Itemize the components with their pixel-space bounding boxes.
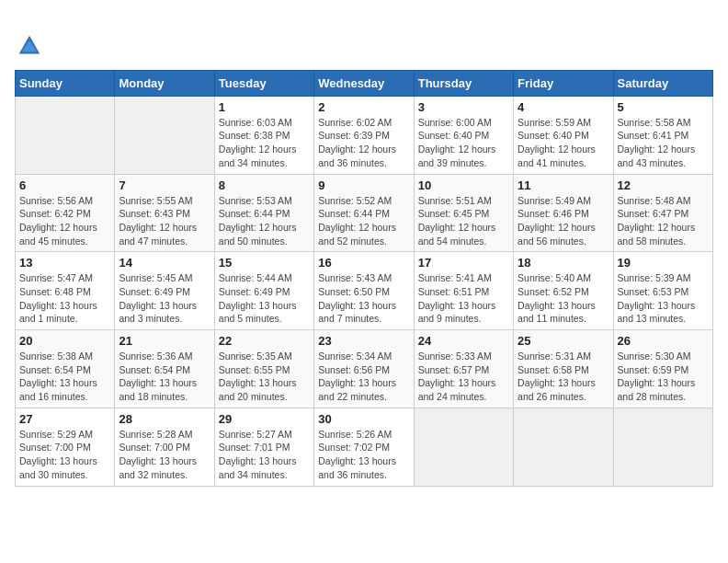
day-number: 6 [19, 178, 110, 192]
calendar-day-cell: 2Sunrise: 6:02 AMSunset: 6:39 PMDaylight… [314, 96, 414, 174]
calendar-day-cell: 21Sunrise: 5:36 AMSunset: 6:54 PMDayligh… [115, 330, 214, 408]
calendar-day-cell: 17Sunrise: 5:41 AMSunset: 6:51 PMDayligh… [414, 252, 513, 330]
calendar-day-cell [16, 96, 115, 174]
day-info: Sunrise: 5:39 AMSunset: 6:53 PMDaylight:… [618, 271, 709, 326]
calendar-day-cell: 26Sunrise: 5:30 AMSunset: 6:59 PMDayligh… [613, 330, 712, 408]
day-number: 12 [618, 178, 709, 192]
calendar-day-cell: 6Sunrise: 5:56 AMSunset: 6:42 PMDaylight… [16, 174, 115, 252]
calendar-week-row: 13Sunrise: 5:47 AMSunset: 6:48 PMDayligh… [16, 252, 713, 330]
day-number: 24 [418, 334, 509, 348]
day-info: Sunrise: 5:43 AMSunset: 6:50 PMDaylight:… [318, 271, 409, 326]
day-info: Sunrise: 5:51 AMSunset: 6:45 PMDaylight:… [418, 194, 509, 248]
calendar-week-row: 20Sunrise: 5:38 AMSunset: 6:54 PMDayligh… [16, 330, 713, 408]
calendar-day-cell: 10Sunrise: 5:51 AMSunset: 6:45 PMDayligh… [414, 174, 513, 252]
day-info: Sunrise: 5:34 AMSunset: 6:56 PMDaylight:… [318, 350, 409, 404]
day-number: 18 [518, 256, 609, 270]
calendar-day-cell: 25Sunrise: 5:31 AMSunset: 6:58 PMDayligh… [514, 330, 613, 408]
calendar-day-cell: 7Sunrise: 5:55 AMSunset: 6:43 PMDaylight… [115, 174, 214, 252]
calendar-header-row: SundayMondayTuesdayWednesdayThursdayFrid… [16, 70, 713, 96]
day-number: 16 [318, 256, 409, 270]
calendar-day-cell [115, 96, 214, 174]
day-info: Sunrise: 5:55 AMSunset: 6:43 PMDaylight:… [119, 194, 210, 248]
day-info: Sunrise: 5:26 AMSunset: 7:02 PMDaylight:… [318, 428, 409, 482]
day-number: 13 [19, 256, 110, 270]
day-info: Sunrise: 6:03 AMSunset: 6:38 PMDaylight:… [219, 116, 310, 170]
day-info: Sunrise: 6:02 AMSunset: 6:39 PMDaylight:… [318, 116, 409, 170]
calendar-day-cell: 4Sunrise: 5:59 AMSunset: 6:40 PMDaylight… [514, 96, 613, 174]
day-number: 8 [219, 178, 310, 192]
calendar-day-cell: 28Sunrise: 5:28 AMSunset: 7:00 PMDayligh… [115, 408, 214, 486]
calendar-day-cell: 8Sunrise: 5:53 AMSunset: 6:44 PMDaylight… [214, 174, 313, 252]
calendar-day-cell: 18Sunrise: 5:40 AMSunset: 6:52 PMDayligh… [514, 252, 613, 330]
weekday-header: Thursday [414, 70, 513, 96]
calendar-day-cell: 14Sunrise: 5:45 AMSunset: 6:49 PMDayligh… [115, 252, 214, 330]
day-number: 5 [618, 100, 709, 114]
day-number: 22 [219, 334, 310, 348]
day-number: 30 [318, 412, 409, 426]
weekday-header: Tuesday [214, 70, 313, 96]
calendar-day-cell: 30Sunrise: 5:26 AMSunset: 7:02 PMDayligh… [314, 408, 414, 486]
weekday-header: Monday [115, 70, 214, 96]
day-info: Sunrise: 5:31 AMSunset: 6:58 PMDaylight:… [518, 350, 609, 404]
logo-icon [17, 33, 42, 59]
day-number: 4 [518, 100, 609, 114]
day-number: 17 [418, 256, 509, 270]
calendar-day-cell: 27Sunrise: 5:29 AMSunset: 7:00 PMDayligh… [16, 408, 115, 486]
day-info: Sunrise: 5:56 AMSunset: 6:42 PMDaylight:… [19, 194, 110, 248]
weekday-header: Wednesday [314, 70, 414, 96]
calendar-day-cell: 3Sunrise: 6:00 AMSunset: 6:40 PMDaylight… [414, 96, 513, 174]
day-info: Sunrise: 5:59 AMSunset: 6:40 PMDaylight:… [518, 116, 609, 170]
day-info: Sunrise: 5:47 AMSunset: 6:48 PMDaylight:… [19, 271, 110, 326]
calendar-day-cell [613, 408, 712, 486]
calendar-week-row: 1Sunrise: 6:03 AMSunset: 6:38 PMDaylight… [16, 96, 713, 174]
day-number: 11 [518, 178, 609, 192]
logo-text [15, 15, 42, 59]
calendar-day-cell: 23Sunrise: 5:34 AMSunset: 6:56 PMDayligh… [314, 330, 414, 408]
logo [15, 15, 42, 59]
day-number: 21 [119, 334, 210, 348]
day-number: 19 [618, 256, 709, 270]
day-number: 15 [219, 256, 310, 270]
calendar-day-cell: 16Sunrise: 5:43 AMSunset: 6:50 PMDayligh… [314, 252, 414, 330]
day-number: 26 [618, 334, 709, 348]
calendar-day-cell: 22Sunrise: 5:35 AMSunset: 6:55 PMDayligh… [214, 330, 313, 408]
calendar-day-cell: 13Sunrise: 5:47 AMSunset: 6:48 PMDayligh… [16, 252, 115, 330]
day-info: Sunrise: 5:30 AMSunset: 6:59 PMDaylight:… [618, 350, 709, 404]
calendar-week-row: 6Sunrise: 5:56 AMSunset: 6:42 PMDaylight… [16, 174, 713, 252]
calendar-day-cell [514, 408, 613, 486]
day-info: Sunrise: 5:38 AMSunset: 6:54 PMDaylight:… [19, 350, 110, 404]
calendar-week-row: 27Sunrise: 5:29 AMSunset: 7:00 PMDayligh… [16, 408, 713, 486]
day-info: Sunrise: 5:52 AMSunset: 6:44 PMDaylight:… [318, 194, 409, 248]
day-number: 27 [19, 412, 110, 426]
day-number: 9 [318, 178, 409, 192]
day-number: 25 [518, 334, 609, 348]
calendar-day-cell: 19Sunrise: 5:39 AMSunset: 6:53 PMDayligh… [613, 252, 712, 330]
weekday-header: Sunday [16, 70, 115, 96]
calendar-day-cell: 11Sunrise: 5:49 AMSunset: 6:46 PMDayligh… [514, 174, 613, 252]
day-info: Sunrise: 5:40 AMSunset: 6:52 PMDaylight:… [518, 271, 609, 326]
day-number: 28 [119, 412, 210, 426]
calendar-day-cell: 24Sunrise: 5:33 AMSunset: 6:57 PMDayligh… [414, 330, 513, 408]
day-info: Sunrise: 5:41 AMSunset: 6:51 PMDaylight:… [418, 271, 509, 326]
day-number: 1 [219, 100, 310, 114]
day-info: Sunrise: 5:27 AMSunset: 7:01 PMDaylight:… [219, 428, 310, 482]
day-info: Sunrise: 5:36 AMSunset: 6:54 PMDaylight:… [119, 350, 210, 404]
day-number: 3 [418, 100, 509, 114]
weekday-header: Friday [514, 70, 613, 96]
day-info: Sunrise: 5:28 AMSunset: 7:00 PMDaylight:… [119, 428, 210, 482]
day-info: Sunrise: 5:33 AMSunset: 6:57 PMDaylight:… [418, 350, 509, 404]
day-info: Sunrise: 5:53 AMSunset: 6:44 PMDaylight:… [219, 194, 310, 248]
day-info: Sunrise: 5:29 AMSunset: 7:00 PMDaylight:… [19, 428, 110, 482]
calendar-day-cell: 1Sunrise: 6:03 AMSunset: 6:38 PMDaylight… [214, 96, 313, 174]
day-number: 2 [318, 100, 409, 114]
day-info: Sunrise: 5:58 AMSunset: 6:41 PMDaylight:… [618, 116, 709, 170]
day-info: Sunrise: 5:35 AMSunset: 6:55 PMDaylight:… [219, 350, 310, 404]
day-info: Sunrise: 5:48 AMSunset: 6:47 PMDaylight:… [618, 194, 709, 248]
day-info: Sunrise: 5:49 AMSunset: 6:46 PMDaylight:… [518, 194, 609, 248]
calendar-day-cell: 20Sunrise: 5:38 AMSunset: 6:54 PMDayligh… [16, 330, 115, 408]
calendar-day-cell: 15Sunrise: 5:44 AMSunset: 6:49 PMDayligh… [214, 252, 313, 330]
day-number: 29 [219, 412, 310, 426]
calendar-table: SundayMondayTuesdayWednesdayThursdayFrid… [15, 70, 713, 487]
day-number: 20 [19, 334, 110, 348]
day-number: 23 [318, 334, 409, 348]
